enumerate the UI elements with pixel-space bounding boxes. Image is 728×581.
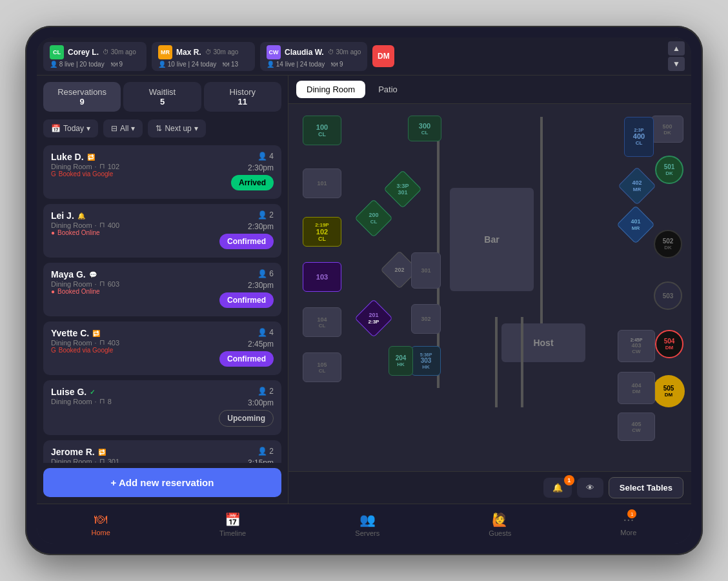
res-guests-jerome: 👤 2 — [258, 447, 274, 456]
table-503[interactable]: 503 — [654, 281, 682, 310]
table-402[interactable]: 402MR — [623, 172, 651, 200]
table-501[interactable]: 501 DK — [655, 156, 683, 184]
table-200[interactable]: 200CL — [359, 204, 388, 232]
status-badge-luke: Arrived — [231, 175, 274, 190]
calendar-icon: 📅 — [51, 124, 61, 133]
res-guests-luke: 👤 4 — [258, 152, 274, 161]
table-301-diamond[interactable]: 3:3P301 — [389, 175, 417, 203]
table-303[interactable]: 5:36P 303 HK — [411, 346, 441, 376]
server-card-mr[interactable]: MR Max R. ⏱ 30m ago 👤 10 live | 24 today… — [152, 42, 255, 71]
table-401[interactable]: 401MR — [622, 210, 650, 239]
table-server-403: CW — [632, 349, 640, 354]
table-104[interactable]: 104 CL — [303, 307, 341, 337]
nav-more[interactable]: ··· 1 More — [607, 511, 649, 538]
server-card-cw[interactable]: CW Claudia W. ⏱ 30m ago 👤 14 live | 24 t… — [260, 42, 367, 71]
arrow-up-btn[interactable]: ▲ — [668, 41, 685, 56]
date-filter-btn[interactable]: 📅 Today ▾ — [43, 119, 98, 138]
list-item[interactable]: Luke D. 🔁 Dining Room · ⊓ 102 G Booked v… — [43, 145, 281, 199]
table-number-300: 300 — [419, 122, 430, 130]
table-201[interactable]: 2012:3P — [359, 304, 388, 332]
avatar-mr: MR — [158, 45, 172, 59]
server-stats-mr: 👤 10 live | 24 today 🍽 13 — [158, 61, 248, 68]
server-stats-cl: 👤 8 live | 20 today 🍽 9 — [50, 61, 140, 68]
list-item[interactable]: Jerome R. 🔁 Dining Room · ⊓ 301 ● Booked… — [43, 440, 281, 463]
server-card-cl[interactable]: CL Corey L. ⏱ 30m ago 👤 8 live | 20 toda… — [43, 42, 147, 71]
table-502[interactable]: 502 DK — [654, 230, 682, 258]
res-details-jerome: Dining Room · ⊓ 301 — [51, 457, 119, 463]
table-500[interactable]: 500 DK — [651, 116, 683, 143]
nav-guests[interactable]: 🙋 Guests — [476, 511, 524, 538]
list-item[interactable]: Luise G. ✓ Dining Room · ⊓ 8 👤 2 3:00pm — [43, 380, 281, 435]
eye-icon: 👁 — [586, 483, 594, 493]
res-name-luise: Luise G. ✓ — [51, 387, 112, 397]
nav-servers[interactable]: 👥 Servers — [342, 511, 392, 538]
floor-tab-dining[interactable]: Dining Room — [296, 81, 365, 98]
chevron-down-icon: ▾ — [86, 124, 90, 133]
res-source-yvette: G Booked via Google — [51, 347, 119, 354]
res-name-lei: Lei J. 🔔 — [51, 210, 119, 221]
nav-more-label: More — [620, 529, 636, 536]
floor-tab-patio[interactable]: Patio — [368, 81, 408, 98]
table-301[interactable]: 301 — [411, 252, 441, 289]
eye-btn[interactable]: 👁 — [577, 478, 603, 498]
status-badge-yvette: Confirmed — [219, 351, 274, 367]
table-504[interactable]: 504 DM — [655, 330, 683, 358]
bell-icon: 🔔 — [552, 483, 563, 493]
table-503-label: 503 — [663, 292, 674, 300]
nav-home[interactable]: 🍽 Home — [79, 511, 123, 538]
table-number-204: 204 — [396, 354, 407, 362]
table-405[interactable]: 405 CW — [618, 413, 655, 441]
list-item[interactable]: Maya G. 💬 Dining Room · ⊓ 603 ● Booked O… — [43, 263, 281, 316]
list-item[interactable]: Yvette C. 🔁 Dining Room · ⊓ 403 G Booked… — [43, 321, 281, 375]
tab-history-label: History — [208, 87, 278, 97]
avatar-dm[interactable]: DM — [372, 45, 394, 67]
status-badge-maya: Confirmed — [219, 292, 274, 308]
table-number-103: 103 — [316, 273, 328, 281]
select-tables-button[interactable]: Select Tables — [609, 477, 683, 498]
bottom-nav: 🍽 Home 📅 Timeline 👥 Servers 🙋 Guests ···… — [37, 504, 691, 544]
notification-btn-wrapper: 🔔 1 — [543, 478, 572, 498]
table-403[interactable]: 2:45P 403 CW — [618, 330, 655, 362]
main-content: Reservations 9 Waitlist 5 History 11 — [37, 76, 691, 504]
table-number-104: 104 — [317, 316, 327, 323]
table-404[interactable]: 404 DM — [618, 372, 655, 404]
res-name-luke: Luke D. 🔁 — [51, 152, 119, 162]
status-badge-luise: Upcoming — [219, 410, 274, 427]
table-204[interactable]: 204 HK — [389, 346, 413, 376]
server-time-mr: ⏱ 30m ago — [205, 48, 239, 56]
table-number-100: 100 — [316, 123, 328, 131]
sort-btn[interactable]: ⇅ Next up ▾ — [148, 119, 205, 138]
res-details-luise: Dining Room · ⊓ 8 — [51, 397, 112, 405]
list-item[interactable]: Lei J. 🔔 Dining Room · ⊓ 400 ● Booked On… — [43, 204, 281, 258]
add-reservation-button[interactable]: + Add new reservation — [43, 468, 281, 497]
tab-waitlist-count: 5 — [127, 97, 197, 107]
divider-4 — [521, 317, 523, 407]
bar-label: Bar — [450, 188, 534, 291]
all-filter-label: All — [120, 124, 128, 133]
all-filter-btn[interactable]: ⊟ All ▾ — [103, 119, 143, 138]
avatar-cl: CL — [50, 45, 64, 59]
table-105[interactable]: 105 CL — [303, 352, 341, 382]
tab-reservations-count: 9 — [47, 97, 117, 107]
table-103[interactable]: 103 — [303, 262, 341, 292]
tab-history-count: 11 — [208, 97, 278, 107]
tab-reservations[interactable]: Reservations 9 — [43, 82, 121, 112]
table-101[interactable]: 101 — [303, 168, 341, 198]
host-label: Host — [501, 323, 585, 362]
table-number-400: 400 — [633, 132, 645, 140]
table-505[interactable]: 505 DM — [652, 375, 685, 407]
arrow-down-btn[interactable]: ▼ — [668, 57, 685, 71]
nav-home-label: Home — [92, 529, 110, 536]
tab-waitlist[interactable]: Waitlist 5 — [123, 82, 201, 112]
floor-tabs: Dining Room Patio — [288, 76, 691, 104]
table-102[interactable]: 2:19P 102 CL — [303, 217, 341, 247]
table-300[interactable]: 300 CL — [408, 116, 441, 141]
table-302[interactable]: 302 — [411, 304, 441, 334]
table-number-403: 403 — [631, 342, 641, 349]
table-400[interactable]: 2:3P 400 CL — [624, 117, 654, 157]
home-icon: 🍽 — [94, 512, 107, 527]
tab-history[interactable]: History 11 — [204, 82, 281, 112]
table-202[interactable]: 202 — [385, 256, 414, 284]
nav-timeline[interactable]: 📅 Timeline — [207, 511, 259, 538]
table-100[interactable]: 100 CL — [303, 116, 341, 145]
